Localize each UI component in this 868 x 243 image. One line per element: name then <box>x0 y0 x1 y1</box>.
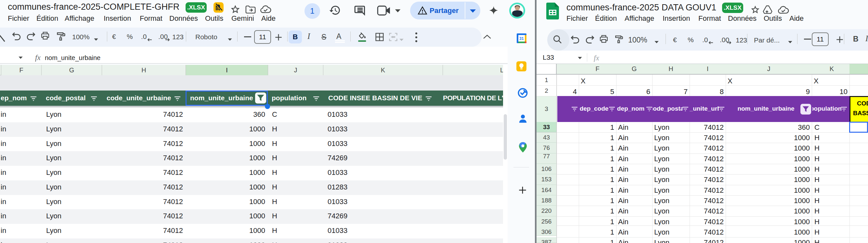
svg-text:31: 31 <box>519 36 524 41</box>
